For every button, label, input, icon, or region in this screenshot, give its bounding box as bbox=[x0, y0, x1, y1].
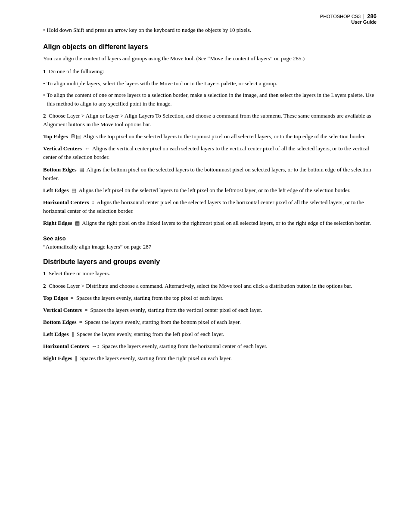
def-text-vertical-centers-1: Aligns the vertical center pixel on each… bbox=[43, 145, 369, 160]
def-bottom-edges-1: Bottom Edges ▤ Aligns the bottom pixel o… bbox=[43, 165, 377, 183]
step2-text: Choose Layer > Align or Layer > Align La… bbox=[43, 112, 371, 128]
def-text-top-edges-1: Aligns the top pixel on the selected lay… bbox=[83, 133, 365, 140]
def-top-edges-2: Top Edges ≡ Spaces the layers evenly, st… bbox=[43, 294, 377, 302]
dist-step2-num: 2 bbox=[43, 283, 46, 289]
bottom-edges-icon-1: ▤ bbox=[79, 167, 84, 173]
see-also-title: See also bbox=[43, 235, 377, 242]
bullet-align-2: • To align the content of one or more la… bbox=[43, 91, 377, 108]
section1-intro: You can align the content of layers and … bbox=[43, 54, 377, 63]
page: PHOTOSHOP CS3 286 User Guide • Hold down… bbox=[0, 0, 411, 532]
bullet-dot-2: • bbox=[43, 91, 45, 108]
def-text-horizontal-centers-2: Spaces the layers evenly, starting from … bbox=[102, 343, 268, 349]
bullet-dot: • bbox=[43, 26, 45, 34]
section1-title: Align objects on different layers bbox=[43, 43, 377, 51]
dist-step2: 2 Choose Layer > Distribute and choose a… bbox=[43, 282, 377, 290]
def-text-bottom-edges-2: Spaces the layers evenly, starting from … bbox=[85, 319, 241, 325]
dist-step1-num: 1 bbox=[43, 270, 46, 277]
def-term-horizontal-centers-1: Horizontal Centers bbox=[43, 199, 89, 205]
bullet-dot-1: • bbox=[43, 79, 45, 88]
def-term-top-edges-2: Top Edges bbox=[43, 295, 68, 301]
def-term-right-edges-1: Right Edges bbox=[43, 220, 72, 226]
right-edges-icon-2: ‖ bbox=[75, 355, 78, 361]
see-also-link[interactable]: “Automatically align image layers” on pa… bbox=[43, 243, 151, 250]
bottom-edges-icon-2: ≡ bbox=[79, 319, 82, 325]
vertical-centers-icon-1: ↔ bbox=[84, 146, 90, 152]
def-vertical-centers-2: Vertical Centers ≡ Spaces the layers eve… bbox=[43, 306, 377, 314]
bullet-align-1-text: To align multiple layers, select the lay… bbox=[47, 79, 277, 88]
def-vertical-centers-1: Vertical Centers ↔ Aligns the vertical c… bbox=[43, 144, 377, 162]
def-text-horizontal-centers-1: Aligns the horizontal center pixel on th… bbox=[43, 199, 364, 214]
def-text-bottom-edges-1: Aligns the bottom pixel on the selected … bbox=[43, 166, 371, 181]
vertical-centers-icon-2: ≡ bbox=[84, 307, 87, 313]
def-left-edges-1: Left Edges ▤ Aligns the left pixel on th… bbox=[43, 186, 377, 195]
section-align: Align objects on different layers You ca… bbox=[43, 43, 377, 227]
dist-step1-text: Select three or more layers. bbox=[49, 270, 110, 277]
def-horizontal-centers-1: Horizontal Centers ↕ Aligns the horizont… bbox=[43, 198, 377, 215]
top-bullet-item: • Hold down Shift and press an arrow key… bbox=[43, 26, 377, 34]
def-term-vertical-centers-2: Vertical Centers bbox=[43, 307, 82, 313]
top-edges-icon-2: ≡ bbox=[71, 295, 74, 301]
step1-num: 1 bbox=[43, 68, 46, 75]
step1-text: Do one of the following: bbox=[49, 68, 104, 75]
section-distribute: Distribute layers and groups evenly 1 Se… bbox=[43, 258, 377, 363]
def-term-right-edges-2: Right Edges bbox=[43, 355, 72, 361]
step2: 2 Choose Layer > Align or Layer > Align … bbox=[43, 112, 377, 129]
dist-step2-text: Choose Layer > Distribute and choose a c… bbox=[49, 283, 352, 289]
bullet-align-2-text: To align the content of one or more laye… bbox=[47, 91, 377, 108]
section2-title: Distribute layers and groups evenly bbox=[43, 258, 377, 266]
page-header: PHOTOSHOP CS3 286 User Guide bbox=[320, 13, 377, 25]
def-term-horizontal-centers-2: Horizontal Centers bbox=[43, 343, 89, 349]
def-left-edges-2: Left Edges ‖ Spaces the layers evenly, s… bbox=[43, 330, 377, 339]
def-right-edges-2: Right Edges ‖ Spaces the layers evenly, … bbox=[43, 354, 377, 363]
right-edges-icon-1: ▤ bbox=[75, 220, 80, 226]
def-term-top-edges-1: Top Edges bbox=[43, 133, 68, 140]
def-text-right-edges-2: Spaces the layers evenly, starting from … bbox=[80, 355, 232, 361]
def-text-right-edges-1: Aligns the right pixel on the linked lay… bbox=[82, 220, 371, 226]
def-text-top-edges-2: Spaces the layers evenly, starting from … bbox=[76, 295, 224, 301]
def-horizontal-centers-2: Horizontal Centers ↔↕ Spaces the layers … bbox=[43, 342, 377, 351]
def-term-bottom-edges-2: Bottom Edges bbox=[43, 319, 77, 325]
def-text-vertical-centers-2: Spaces the layers evenly, starting from … bbox=[90, 307, 262, 313]
horizontal-centers-icon-1: ↕ bbox=[92, 199, 94, 205]
header-divider bbox=[364, 14, 364, 19]
left-edges-icon-2: ‖ bbox=[72, 331, 74, 337]
def-term-left-edges-1: Left Edges bbox=[43, 187, 69, 193]
step1: 1 Do one of the following: bbox=[43, 67, 377, 76]
def-bottom-edges-2: Bottom Edges ≡ Spaces the layers evenly,… bbox=[43, 318, 377, 327]
def-top-edges-1: Top Edges 🖹▤ Aligns the top pixel on the… bbox=[43, 132, 377, 141]
dist-step1: 1 Select three or more layers. bbox=[43, 269, 377, 278]
def-text-left-edges-2: Spaces the layers evenly, starting from … bbox=[77, 331, 224, 337]
guide-label: User Guide bbox=[351, 19, 377, 25]
step2-num: 2 bbox=[43, 112, 46, 119]
product-name: PHOTOSHOP CS3 bbox=[320, 14, 361, 19]
def-term-left-edges-2: Left Edges bbox=[43, 331, 69, 337]
see-also-section: See also “Automatically align image laye… bbox=[43, 235, 377, 250]
horizontal-centers-icon-2: ↔↕ bbox=[92, 343, 100, 349]
bullet-align-1: • To align multiple layers, select the l… bbox=[43, 79, 377, 88]
page-number: 286 bbox=[367, 13, 377, 19]
def-text-left-edges-1: Aligns the left pixel on the selected la… bbox=[78, 187, 350, 193]
def-term-vertical-centers-1: Vertical Centers bbox=[43, 145, 82, 152]
top-edges-icon-1: 🖹▤ bbox=[71, 134, 81, 140]
left-edges-icon-1: ▤ bbox=[72, 187, 76, 193]
def-right-edges-1: Right Edges ▤ Aligns the right pixel on … bbox=[43, 219, 377, 227]
top-bullet-text: Hold down Shift and press an arrow key o… bbox=[47, 26, 251, 34]
def-term-bottom-edges-1: Bottom Edges bbox=[43, 166, 77, 173]
